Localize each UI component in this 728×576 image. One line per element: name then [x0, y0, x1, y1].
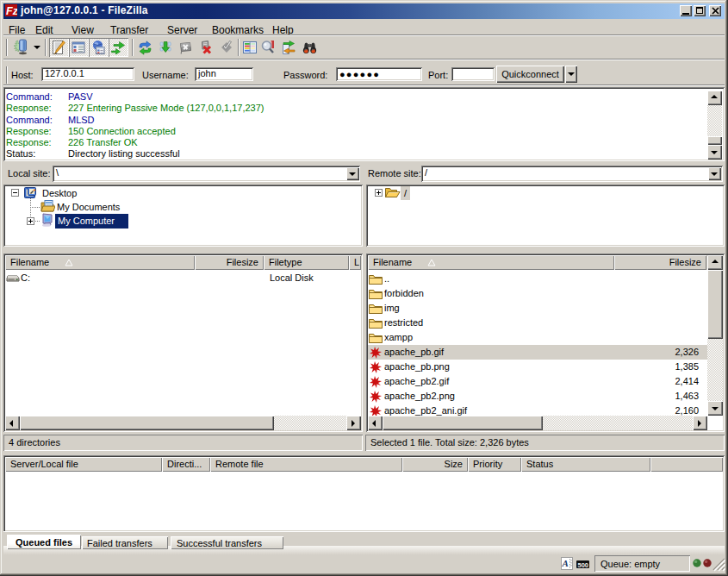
svg-text:500: 500 [578, 561, 589, 569]
svg-text:A: A [562, 558, 569, 568]
svg-text:Fz: Fz [6, 5, 17, 16]
